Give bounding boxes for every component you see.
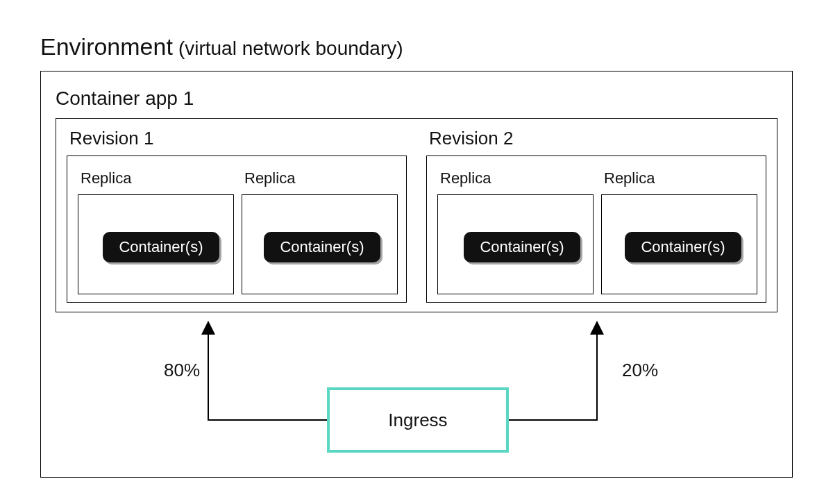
replica-label: Replica — [244, 169, 295, 187]
diagram-title: Environment (virtual network boundary) — [40, 33, 403, 60]
container-app-label: Container app 1 — [56, 87, 194, 110]
replica-label: Replica — [81, 169, 131, 187]
revision-2-label: Revision 2 — [429, 128, 513, 149]
container-chip: Container(s) — [464, 232, 580, 262]
container-chip: Container(s) — [264, 232, 380, 262]
title-main: Environment — [40, 33, 173, 60]
title-sub: (virtual network boundary) — [178, 37, 403, 60]
ingress-box: Ingress — [327, 387, 509, 453]
traffic-percent-rev1: 80% — [164, 360, 200, 381]
revision-1-label: Revision 1 — [69, 128, 153, 149]
container-chip: Container(s) — [103, 232, 219, 262]
replica-label: Replica — [440, 169, 491, 187]
container-chip: Container(s) — [625, 232, 741, 262]
ingress-label: Ingress — [388, 410, 447, 431]
replica-label: Replica — [604, 169, 655, 187]
traffic-percent-rev2: 20% — [622, 360, 658, 381]
